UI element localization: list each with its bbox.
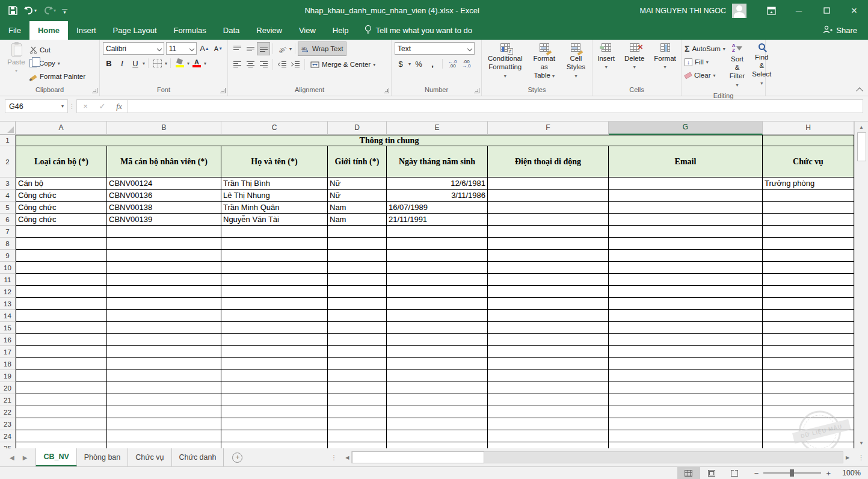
tab-insert[interactable]: Insert — [68, 21, 105, 40]
italic-button[interactable]: I — [116, 57, 128, 69]
cell-title-thong-tin-chung[interactable]: Thông tin chung — [16, 135, 763, 146]
cell-C21[interactable] — [221, 394, 328, 406]
enter-formula-icon[interactable]: ✓ — [94, 102, 111, 111]
page-layout-view-button[interactable] — [700, 467, 723, 479]
cell-H11[interactable] — [763, 274, 854, 286]
clipboard-dialog-launcher-icon[interactable] — [92, 88, 97, 93]
cell-A17[interactable] — [16, 346, 107, 358]
cell-G8[interactable] — [609, 238, 763, 250]
cell-D16[interactable] — [328, 334, 387, 346]
cell-H3[interactable]: Trưởng phòng — [763, 178, 854, 190]
decrease-font-size-button[interactable]: A▼ — [212, 43, 224, 55]
cell-B9[interactable] — [107, 250, 221, 262]
cell-E18[interactable] — [387, 358, 488, 370]
cell-E4[interactable]: 3/11/1986 — [387, 190, 488, 202]
cell-A3[interactable]: Cán bộ — [16, 178, 107, 190]
cell-H18[interactable] — [763, 358, 854, 370]
column-header-G[interactable]: G — [609, 122, 763, 135]
cell-B25[interactable] — [107, 442, 221, 448]
new-sheet-icon[interactable]: + — [232, 453, 242, 463]
row-header-19[interactable]: 19 — [0, 370, 16, 382]
column-header-C[interactable]: C — [221, 122, 328, 135]
select-all-corner[interactable] — [0, 122, 16, 135]
cell-E10[interactable] — [387, 262, 488, 274]
cell-H6[interactable] — [763, 214, 854, 226]
cell-D21[interactable] — [328, 394, 387, 406]
horizontal-scrollbar[interactable]: ◀ ▶ — [343, 451, 852, 464]
row-header-18[interactable]: 18 — [0, 358, 16, 370]
cell-C5[interactable]: Trần Minh Quân — [221, 202, 328, 214]
sheet-tab-cbnv[interactable]: CB_NV — [35, 448, 76, 466]
borders-button[interactable] — [152, 57, 164, 69]
row-header-7[interactable]: 7 — [0, 226, 16, 238]
cell-C17[interactable] — [221, 346, 328, 358]
minimize-button[interactable]: ─ — [785, 0, 813, 21]
cell-B2[interactable]: Mã cán bộ nhân viên (*) — [107, 146, 221, 178]
cell-H25[interactable] — [763, 442, 854, 448]
cell-E8[interactable] — [387, 238, 488, 250]
next-sheet-icon[interactable]: ▶ — [23, 454, 28, 461]
cell-G2[interactable]: Email — [609, 146, 763, 178]
cell-B21[interactable] — [107, 394, 221, 406]
sheet-tab-chuc-vu[interactable]: Chức vụ — [128, 448, 171, 466]
cell-H10[interactable] — [763, 262, 854, 274]
share-button[interactable]: Share — [823, 21, 868, 40]
cell-F23[interactable] — [488, 418, 609, 430]
cell-B11[interactable] — [107, 274, 221, 286]
cell-D5[interactable]: Nam — [328, 202, 387, 214]
scroll-down-icon[interactable]: ▼ — [855, 437, 868, 448]
prev-sheet-icon[interactable]: ◀ — [10, 454, 14, 461]
cell-E12[interactable] — [387, 286, 488, 298]
row-header-14[interactable]: 14 — [0, 310, 16, 322]
format-painter-button[interactable]: Format Painter — [29, 70, 85, 83]
cell-B12[interactable] — [107, 286, 221, 298]
cell-E15[interactable] — [387, 322, 488, 334]
row-header-16[interactable]: 16 — [0, 334, 16, 346]
cell-D11[interactable] — [328, 274, 387, 286]
cell-F21[interactable] — [488, 394, 609, 406]
tab-data[interactable]: Data — [215, 21, 248, 40]
cell-C10[interactable] — [221, 262, 328, 274]
row-header-15[interactable]: 15 — [0, 322, 16, 334]
cell-A10[interactable] — [16, 262, 107, 274]
cell-E19[interactable] — [387, 370, 488, 382]
cell-H12[interactable] — [763, 286, 854, 298]
cell-E5[interactable]: 16/07/1989 — [387, 202, 488, 214]
row-header-10[interactable]: 10 — [0, 262, 16, 274]
cell-C11[interactable] — [221, 274, 328, 286]
cell-A19[interactable] — [16, 370, 107, 382]
cell-B20[interactable] — [107, 382, 221, 394]
font-family-select[interactable]: Calibri — [103, 42, 164, 55]
column-header-H[interactable]: H — [763, 122, 854, 135]
cell-A11[interactable] — [16, 274, 107, 286]
insert-function-icon[interactable]: fx — [111, 102, 128, 111]
top-align-button[interactable] — [231, 43, 243, 55]
bottom-align-button[interactable] — [257, 43, 269, 55]
cell-H24[interactable] — [763, 430, 854, 442]
vertical-scrollbar[interactable]: ▲ ▼ — [854, 122, 868, 448]
row-header-5[interactable]: 5 — [0, 202, 16, 214]
cell-F25[interactable] — [488, 442, 609, 448]
delete-cells-button[interactable]: Delete ▾ — [621, 42, 647, 73]
cell-D4[interactable]: Nữ — [328, 190, 387, 202]
redo-icon[interactable]: ▾ — [43, 6, 56, 15]
cell-C13[interactable] — [221, 298, 328, 310]
cell-C8[interactable] — [221, 238, 328, 250]
cell-E7[interactable] — [387, 226, 488, 238]
middle-align-button[interactable] — [244, 43, 256, 55]
cell-F19[interactable] — [488, 370, 609, 382]
column-header-A[interactable]: A — [16, 122, 107, 135]
ribbon-display-options-icon[interactable] — [757, 0, 785, 21]
cell-A12[interactable] — [16, 286, 107, 298]
cell-F8[interactable] — [488, 238, 609, 250]
customize-qat-icon[interactable]: —▾ — [62, 8, 67, 14]
cell-D10[interactable] — [328, 262, 387, 274]
cell-F15[interactable] — [488, 322, 609, 334]
row-header-21[interactable]: 21 — [0, 394, 16, 406]
cell-G7[interactable] — [609, 226, 763, 238]
cell-F24[interactable] — [488, 430, 609, 442]
cell-A8[interactable] — [16, 238, 107, 250]
row-header-17[interactable]: 17 — [0, 346, 16, 358]
column-header-F[interactable]: F — [488, 122, 609, 135]
cell-G17[interactable] — [609, 346, 763, 358]
